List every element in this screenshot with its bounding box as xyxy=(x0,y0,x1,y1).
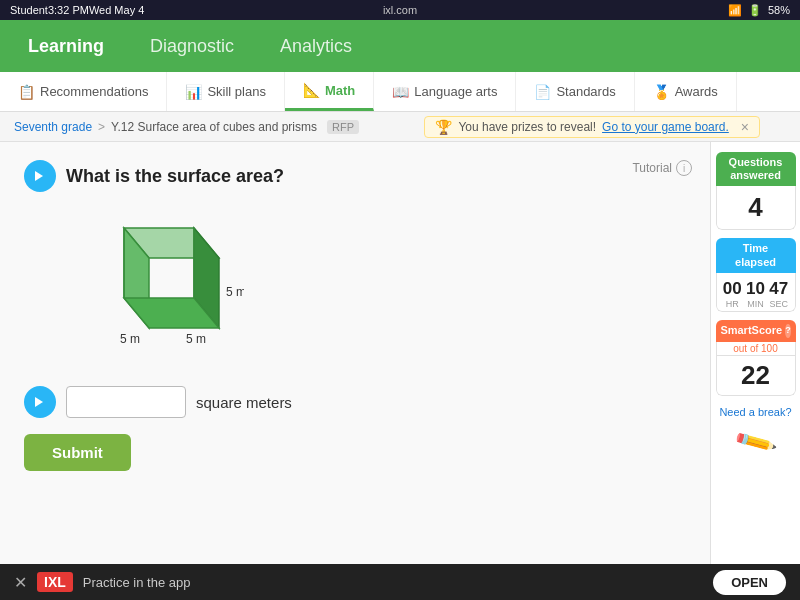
languagearts-icon: 📖 xyxy=(392,84,409,100)
tab-recommendations[interactable]: 📋 Recommendations xyxy=(0,72,167,111)
svg-marker-0 xyxy=(35,171,43,181)
banner-text: Practice in the app xyxy=(83,575,703,590)
question-label: What is the surface area? xyxy=(66,166,284,187)
breadcrumb-bar: Seventh grade > Y.12 Surface area of cub… xyxy=(0,112,800,142)
nav-analytics[interactable]: Analytics xyxy=(272,32,360,61)
breadcrumb-skill: Y.12 Surface area of cubes and prisms xyxy=(111,120,317,134)
questions-answered-card: Questions answered 4 xyxy=(716,152,796,230)
tab-math[interactable]: 📐 Math xyxy=(285,72,374,111)
svg-text:5 m: 5 m xyxy=(186,332,206,346)
smart-score-value: 22 xyxy=(716,356,796,396)
tutorial-link[interactable]: Tutorial i xyxy=(632,160,692,176)
time-sec: 47 SEC xyxy=(769,279,788,309)
bottom-banner: ✕ IXL Practice in the app OPEN xyxy=(0,564,800,600)
smart-score-card: SmartScore ? out of 100 22 xyxy=(716,320,796,396)
time-hr: 00 HR xyxy=(723,279,742,309)
math-icon: 📐 xyxy=(303,82,320,98)
standards-icon: 📄 xyxy=(534,84,551,100)
tutorial-label: Tutorial xyxy=(632,161,672,175)
battery-icon: 🔋 xyxy=(748,4,762,17)
breadcrumb-sep: > xyxy=(98,120,105,134)
time-min: 10 MIN xyxy=(746,279,765,309)
svg-text:5 m: 5 m xyxy=(226,285,244,299)
tutorial-info-icon: i xyxy=(676,160,692,176)
cube-diagram: 5 m 5 m 5 m xyxy=(64,208,686,372)
student-label: Student xyxy=(10,4,48,16)
battery-label: 58% xyxy=(768,4,790,16)
top-nav: Learning Diagnostic Analytics xyxy=(0,20,800,72)
svg-text:5 m: 5 m xyxy=(120,332,140,346)
pencil-icon: ✏️ xyxy=(732,419,779,465)
tab-awards[interactable]: 🏅 Awards xyxy=(635,72,737,111)
answer-row: square meters xyxy=(24,386,686,418)
svg-marker-10 xyxy=(35,397,43,407)
smart-score-subheader: out of 100 xyxy=(716,342,796,356)
rfp-badge: RFP xyxy=(327,120,359,134)
submit-button[interactable]: Submit xyxy=(24,434,131,471)
questions-answered-header: Questions answered xyxy=(716,152,796,186)
url-label: ixl.com xyxy=(383,4,417,16)
ixl-logo: IXL xyxy=(37,572,73,592)
tab-bar: 📋 Recommendations 📊 Skill plans 📐 Math 📖… xyxy=(0,72,800,112)
skillplans-icon: 📊 xyxy=(185,84,202,100)
tab-skill-plans[interactable]: 📊 Skill plans xyxy=(167,72,285,111)
awards-icon: 🏅 xyxy=(653,84,670,100)
prize-text: You have prizes to reveal! xyxy=(458,120,596,134)
audio-button[interactable] xyxy=(24,160,56,192)
smartscore-info-icon: ? xyxy=(785,324,791,338)
smart-score-header: SmartScore ? xyxy=(716,320,796,342)
breadcrumb-grade[interactable]: Seventh grade xyxy=(14,120,92,134)
answer-audio-button[interactable] xyxy=(24,386,56,418)
question-panel: Tutorial i What is the surface area? xyxy=(0,142,710,564)
prize-link[interactable]: Go to your game board. xyxy=(602,120,729,134)
nav-learning[interactable]: Learning xyxy=(20,32,112,61)
trophy-icon: 🏆 xyxy=(435,119,452,135)
tab-language-arts[interactable]: 📖 Language arts xyxy=(374,72,516,111)
close-banner-icon[interactable]: ✕ xyxy=(14,573,27,592)
questions-answered-value: 4 xyxy=(716,186,796,230)
tab-standards[interactable]: 📄 Standards xyxy=(516,72,634,111)
recommendations-icon: 📋 xyxy=(18,84,35,100)
time-elapsed-values: 00 HR 10 MIN 47 SEC xyxy=(716,273,796,312)
wifi-icon: 📶 xyxy=(728,4,742,17)
nav-diagnostic[interactable]: Diagnostic xyxy=(142,32,242,61)
answer-input[interactable] xyxy=(66,386,186,418)
right-panel: Questions answered 4 Time elapsed 00 HR … xyxy=(710,142,800,564)
main-area: Tutorial i What is the surface area? xyxy=(0,142,800,564)
status-bar: Student 3:32 PM Wed May 4 ixl.com 📶 🔋 58… xyxy=(0,0,800,20)
need-break-link[interactable]: Need a break? xyxy=(719,406,791,418)
date-label: Wed May 4 xyxy=(89,4,144,16)
prize-close-button[interactable]: × xyxy=(741,119,749,135)
time-elapsed-card: Time elapsed 00 HR 10 MIN 47 SEC xyxy=(716,238,796,311)
question-text: What is the surface area? xyxy=(24,160,686,192)
time-elapsed-header: Time elapsed xyxy=(716,238,796,272)
unit-label: square meters xyxy=(196,394,292,411)
prize-banner: 🏆 You have prizes to reveal! Go to your … xyxy=(424,116,760,138)
open-button[interactable]: OPEN xyxy=(713,570,786,595)
time-label: 3:32 PM xyxy=(48,4,89,16)
